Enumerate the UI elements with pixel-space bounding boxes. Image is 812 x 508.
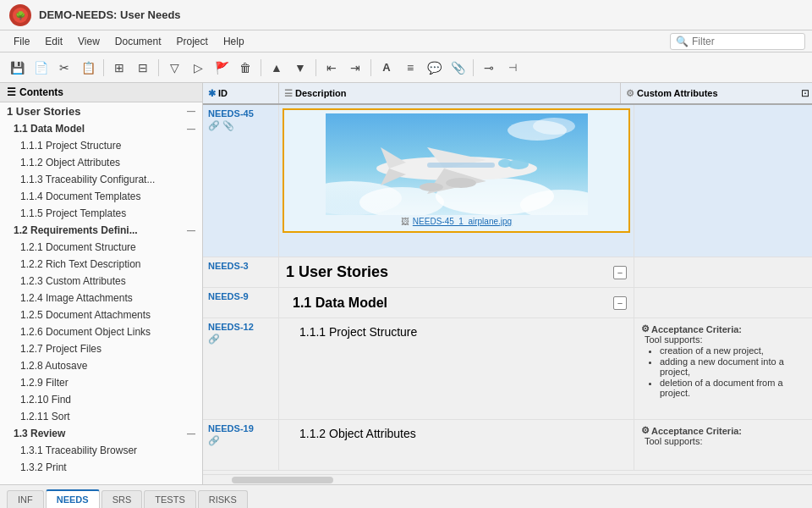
hscroll-thumb[interactable] (232, 477, 333, 483)
toolbar-down[interactable]: ▼ (290, 58, 310, 78)
col-header-custom-attr: ⚙ Custom Attributes (621, 83, 798, 103)
cell-attr-needs-3 (634, 257, 812, 287)
sidebar-item-review[interactable]: 1.3 Review — (0, 425, 202, 442)
sidebar-item-sort[interactable]: 1.2.11 Sort (0, 408, 202, 425)
image-caption[interactable]: NEEDS-45_1_airplane.jpg (413, 217, 512, 226)
sidebar-item-requirements[interactable]: 1.2 Requirements Defini... — (0, 222, 202, 239)
col-header-description: ☰ Description (279, 83, 621, 103)
cell-id-needs-45: NEEDS-45 🔗 📎 (203, 105, 279, 257)
toolbar-attach[interactable]: 📎 (447, 58, 468, 78)
cell-desc-needs-3: 1 User Stories − (279, 257, 634, 287)
menu-bar: File Edit View Document Project Help 🔍 (0, 30, 812, 52)
link-icon-12: 🔗 (208, 334, 273, 345)
cell-attr-needs-45 (634, 105, 812, 257)
attr-settings-icon-12: ⚙ (641, 323, 650, 334)
tab-srs[interactable]: SRS (102, 490, 143, 508)
attr-title-12: ⚙ Acceptance Criteria: (641, 323, 805, 334)
collapse-icon-3[interactable]: — (187, 226, 195, 235)
toolbar-new[interactable]: 📄 (30, 58, 51, 78)
airplane-image (326, 113, 588, 215)
tab-inf[interactable]: INF (7, 490, 44, 508)
needs-45-icons: 🔗 📎 (208, 120, 273, 131)
menu-document[interactable]: Document (108, 34, 168, 49)
cell-desc-needs-12: 1.1.1 Project Structure (279, 318, 634, 419)
sidebar-item-doc-structure[interactable]: 1.2.1 Document Structure (0, 239, 202, 256)
toolbar-indent[interactable]: ⇥ (345, 58, 365, 78)
sidebar-item-custom-attributes[interactable]: 1.2.3 Custom Attributes (0, 273, 202, 290)
sidebar-item-data-model[interactable]: 1.1 Data Model — (0, 120, 202, 137)
toolbar-trash[interactable]: 🗑 (235, 58, 255, 78)
cell-id-needs-9: NEEDS-9 (203, 288, 279, 318)
toolbar-merge[interactable]: ⊣ (502, 58, 523, 78)
filter-input[interactable] (692, 36, 785, 47)
toolbar-delete[interactable]: ⊟ (133, 58, 153, 78)
image-container: 🖼 NEEDS-45_1_airplane.jpg (283, 108, 630, 233)
app-title: DEMO-NEEDS: User Needs (39, 8, 181, 21)
toolbar-up[interactable]: ▲ (266, 58, 287, 78)
table-row-needs-12[interactable]: NEEDS-12 🔗 1.1.1 Project Structure ⚙ Acc… (203, 318, 812, 420)
cell-desc-needs-19: 1.1.2 Object Attributes (279, 420, 634, 470)
tab-risks[interactable]: RISKS (198, 490, 248, 508)
menu-help[interactable]: Help (217, 34, 251, 49)
col-expand-btn[interactable]: ⊡ (798, 87, 812, 99)
menu-edit[interactable]: Edit (38, 34, 69, 49)
sidebar-item-project-files[interactable]: 1.2.7 Project Files (0, 340, 202, 357)
collapse-icon-2[interactable]: — (187, 124, 195, 134)
attr-bullets-12: creation of a new project, adding a new … (645, 345, 805, 398)
toolbar-split[interactable]: ⊸ (479, 58, 499, 78)
sidebar-item-doc-templates[interactable]: 1.1.4 Document Templates (0, 188, 202, 205)
sidebar-item-print[interactable]: 1.3.2 Print (0, 459, 202, 476)
toolbar-sep-3 (261, 59, 261, 76)
table-row-needs-3[interactable]: NEEDS-3 1 User Stories − (203, 257, 812, 288)
col-header-id: ✱ ID (203, 83, 279, 103)
tab-needs[interactable]: NEEDS (46, 489, 100, 508)
toolbar-insert-after[interactable]: ⊞ (109, 58, 129, 78)
toolbar-comment[interactable]: 💬 (424, 58, 444, 78)
toolbar-outdent[interactable]: ⇤ (321, 58, 342, 78)
attr-title-19: ⚙ Acceptance Criteria: (641, 425, 805, 436)
collapse-icon-4[interactable]: — (187, 429, 195, 439)
toolbar-text[interactable]: A (376, 58, 397, 78)
toolbar-align[interactable]: ≡ (400, 58, 420, 78)
hscroll-bar[interactable] (203, 474, 812, 484)
sidebar-item-autosave[interactable]: 1.2.8 Autosave (0, 357, 202, 374)
toolbar-save[interactable]: 💾 (7, 58, 27, 78)
sidebar-header: ☰ Contents (0, 83, 202, 102)
menu-project[interactable]: Project (170, 34, 215, 49)
toolbar-filter[interactable]: ▽ (164, 58, 184, 78)
sidebar-item-user-stories[interactable]: 1 User Stories — (0, 102, 202, 120)
sidebar-item-project-templates[interactable]: 1.1.5 Project Templates (0, 205, 202, 222)
sidebar-item-image-attachments[interactable]: 1.2.4 Image Attachments (0, 290, 202, 306)
toolbar-play[interactable]: ▷ (188, 58, 208, 78)
table-row-needs-9[interactable]: NEEDS-9 1.1 Data Model − (203, 288, 812, 318)
id-sort-icon: ✱ (208, 88, 216, 99)
toolbar-flag[interactable]: 🚩 (211, 58, 232, 78)
sidebar-item-filter[interactable]: 1.2.9 Filter (0, 374, 202, 391)
sidebar-item-traceability-config[interactable]: 1.1.3 Traceability Configurat... (0, 171, 202, 188)
toolbar-cut[interactable]: ✂ (54, 58, 74, 78)
link-icon-19: 🔗 (208, 435, 273, 446)
image-icon: 🖼 (401, 217, 409, 226)
menu-file[interactable]: File (7, 34, 36, 49)
svg-point-9 (533, 118, 575, 135)
sidebar-item-traceability-browser[interactable]: 1.3.1 Traceability Browser (0, 442, 202, 459)
bottom-tabs: INF NEEDS SRS TESTS RISKS (0, 484, 812, 508)
sidebar-item-project-structure[interactable]: 1.1.1 Project Structure (0, 137, 202, 154)
table-row-needs-19[interactable]: NEEDS-19 🔗 1.1.2 Object Attributes ⚙ Acc… (203, 420, 812, 471)
table-row-needs-45[interactable]: NEEDS-45 🔗 📎 (203, 105, 812, 257)
collapse-needs-9[interactable]: − (613, 296, 627, 310)
toolbar-copy[interactable]: 📋 (78, 58, 98, 78)
cell-id-needs-3: NEEDS-3 (203, 257, 279, 287)
toolbar: 💾 📄 ✂ 📋 ⊞ ⊟ ▽ ▷ 🚩 🗑 ▲ ▼ ⇤ ⇥ A ≡ 💬 📎 ⊸ ⊣ (0, 52, 812, 83)
tab-tests[interactable]: TESTS (144, 490, 195, 508)
attr-body-19: Tool supports: (641, 436, 805, 446)
sidebar-item-doc-object-links[interactable]: 1.2.6 Document Object Links (0, 323, 202, 340)
collapse-icon-1[interactable]: — (187, 107, 195, 116)
collapse-needs-3[interactable]: − (613, 266, 627, 279)
sidebar-item-rich-text[interactable]: 1.2.2 Rich Text Description (0, 256, 202, 273)
sidebar-item-find[interactable]: 1.2.10 Find (0, 391, 202, 408)
svg-rect-15 (427, 163, 495, 168)
sidebar-item-doc-attachments[interactable]: 1.2.5 Document Attachments (0, 306, 202, 323)
menu-view[interactable]: View (71, 34, 107, 49)
sidebar-item-object-attributes[interactable]: 1.1.2 Object Attributes (0, 154, 202, 171)
